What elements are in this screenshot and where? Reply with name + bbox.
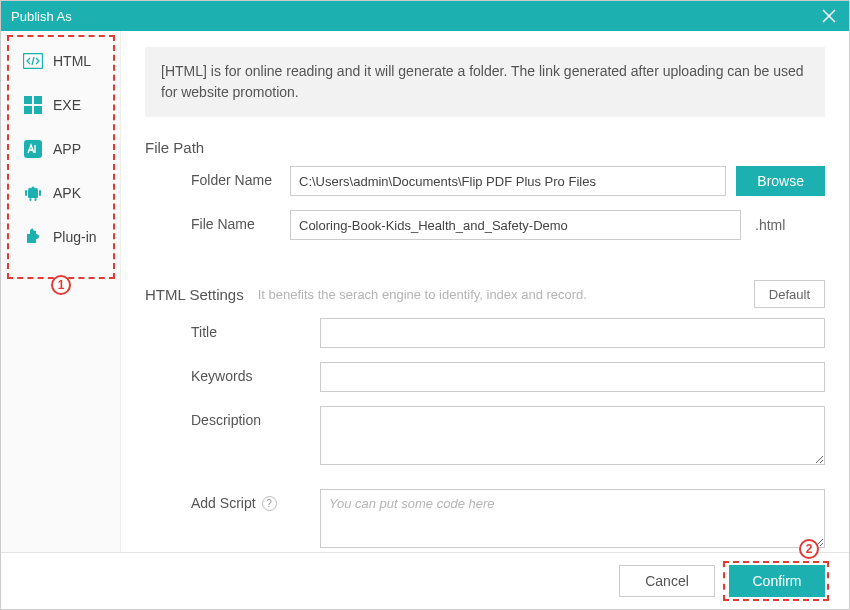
title-label: Title xyxy=(145,318,290,340)
sidebar-item-label: EXE xyxy=(53,97,81,113)
script-input[interactable] xyxy=(320,489,825,548)
info-banner: [HTML] is for online reading and it will… xyxy=(145,47,825,117)
script-label: Add Script ? xyxy=(145,489,290,511)
folder-name-input[interactable] xyxy=(290,166,726,196)
close-icon[interactable] xyxy=(819,6,839,26)
file-name-label: File Name xyxy=(145,210,290,232)
sidebar-item-label: APP xyxy=(53,141,81,157)
svg-rect-8 xyxy=(39,190,41,196)
svg-rect-2 xyxy=(34,96,42,104)
app-icon xyxy=(23,139,43,159)
filepath-section-title: File Path xyxy=(145,139,825,156)
exe-icon xyxy=(23,95,43,115)
sidebar-item-html[interactable]: HTML xyxy=(1,39,120,83)
svg-rect-4 xyxy=(34,106,42,114)
help-icon[interactable]: ? xyxy=(262,496,277,511)
file-name-input[interactable] xyxy=(290,210,741,240)
confirm-button[interactable]: Confirm xyxy=(729,565,825,597)
sidebar-item-app[interactable]: APP xyxy=(1,127,120,171)
plugin-icon xyxy=(23,227,43,247)
sidebar-item-apk[interactable]: APK xyxy=(1,171,120,215)
svg-rect-6 xyxy=(28,189,38,198)
cancel-button[interactable]: Cancel xyxy=(619,565,715,597)
browse-button[interactable]: Browse xyxy=(736,166,825,196)
folder-name-label: Folder Name xyxy=(145,166,290,188)
svg-rect-1 xyxy=(24,96,32,104)
default-button[interactable]: Default xyxy=(754,280,825,308)
settings-hint: It benefits the serach engine to identif… xyxy=(258,287,740,302)
titlebar: Publish As xyxy=(1,1,849,31)
sidebar-item-label: Plug-in xyxy=(53,229,97,245)
sidebar-item-exe[interactable]: EXE xyxy=(1,83,120,127)
sidebar-item-plugin[interactable]: Plug-in xyxy=(1,215,120,259)
description-label: Description xyxy=(145,406,290,428)
svg-rect-7 xyxy=(25,190,27,196)
file-extension: .html xyxy=(755,217,825,233)
keywords-label: Keywords xyxy=(145,362,290,384)
annotation-badge-1: 1 xyxy=(51,275,71,295)
sidebar-item-label: HTML xyxy=(53,53,91,69)
sidebar-item-label: APK xyxy=(53,185,81,201)
main-panel: [HTML] is for online reading and it will… xyxy=(121,31,849,552)
sidebar: 1 HTML EXE APP xyxy=(1,31,121,552)
svg-point-11 xyxy=(30,187,32,189)
description-input[interactable] xyxy=(320,406,825,465)
svg-rect-10 xyxy=(35,198,37,201)
svg-rect-3 xyxy=(24,106,32,114)
dialog-footer: 2 Cancel Confirm xyxy=(1,552,849,609)
keywords-input[interactable] xyxy=(320,362,825,392)
apk-icon xyxy=(23,183,43,203)
svg-rect-9 xyxy=(30,198,32,201)
publish-as-dialog: Publish As 1 HTML EXE xyxy=(0,0,850,610)
title-input[interactable] xyxy=(320,318,825,348)
html-icon xyxy=(23,51,43,71)
settings-section-title: HTML Settings xyxy=(145,286,244,303)
window-title: Publish As xyxy=(11,9,72,24)
svg-point-12 xyxy=(34,187,36,189)
